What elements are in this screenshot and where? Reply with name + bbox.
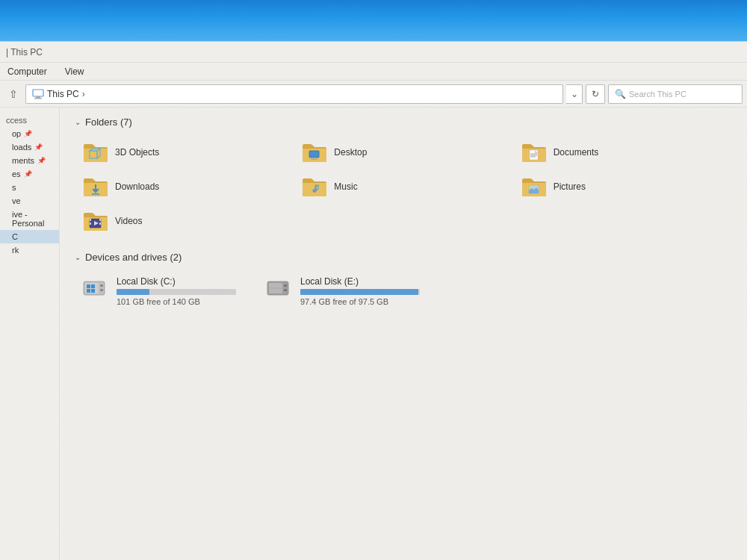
drives-grid: Local Disk (C:) 101 GB free of 140 GB [75,272,732,311]
drives-section-header: ⌄ Devices and drives (2) [75,252,732,263]
drive-c-bar-fill [117,289,149,295]
folder-downloads-icon [82,175,109,198]
svg-point-19 [530,187,532,189]
search-placeholder: Search This PC [629,90,686,99]
sidebar-item-ve[interactable]: ve [0,194,59,208]
svg-rect-0 [33,90,43,96]
drive-e-info: Local Disk (E:) 97.4 GB free of 97.5 GB [300,276,420,306]
path-text: This PC [47,89,79,99]
address-dropdown[interactable]: ⌄ [566,84,583,104]
svg-rect-33 [91,289,95,293]
drive-c[interactable]: Local Disk (C:) 101 GB free of 140 GB [75,272,244,311]
svg-rect-23 [99,219,101,221]
menu-computer[interactable]: Computer [0,65,55,78]
refresh-button[interactable]: ↻ [586,84,605,104]
sidebar-item-s[interactable]: s [0,181,59,194]
drives-chevron[interactable]: ⌄ [75,253,81,261]
drives-section-label: Devices and drives (2) [85,252,182,263]
address-path[interactable]: This PC › [25,84,563,104]
svg-rect-6 [309,151,319,158]
search-box[interactable]: 🔍 Search This PC [608,84,743,104]
folder-music[interactable]: Music [294,171,512,202]
drive-c-bar-bg [117,289,236,295]
folder-desktop-icon [301,141,328,164]
svg-rect-32 [91,284,95,288]
file-pane: ⌄ Folders (7) 3D Objects [60,108,747,560]
folder-3d-objects-icon [82,141,109,164]
sidebar-item-c[interactable]: C [0,230,59,243]
folder-music-label: Music [334,181,357,192]
svg-rect-21 [90,219,91,221]
sidebar-item-loads[interactable]: loads📌 [0,140,59,154]
drive-e[interactable]: Local Disk (E:) 97.4 GB free of 97.5 GB [258,272,427,311]
folder-pictures-icon [521,175,548,198]
folders-chevron[interactable]: ⌄ [75,118,81,126]
file-explorer-window: | This PC Computer View ⇧ This PC › ⌄ ↻ … [0,41,747,560]
sidebar-quick-access-header: ccess [0,113,59,127]
sidebar-item-drive-personal[interactable]: ive - Personal [0,208,59,230]
drive-e-space: 97.4 GB free of 97.5 GB [300,297,420,306]
drive-e-icon [266,276,293,299]
back-button[interactable]: ⇧ [4,85,22,103]
folder-documents[interactable]: Documents [513,137,732,168]
pc-icon [32,89,44,99]
drive-c-space: 101 GB free of 140 GB [117,297,236,306]
svg-rect-9 [530,150,538,160]
svg-rect-1 [36,96,40,98]
window-title: | This PC [6,47,43,57]
sidebar-item-es[interactable]: es📌 [0,167,59,181]
folder-desktop[interactable]: Desktop [294,137,512,168]
folders-section-header: ⌄ Folders (7) [75,116,732,128]
title-bar: | This PC [0,42,747,63]
drive-c-info: Local Disk (C:) 101 GB free of 140 GB [117,276,236,306]
sidebar: ccess op📌 loads📌 ments📌 es📌 s ve ive - P… [0,108,60,560]
svg-rect-2 [34,98,42,99]
svg-rect-29 [100,289,103,291]
folder-videos[interactable]: Videos [75,205,294,237]
folder-documents-label: Documents [554,147,599,158]
drive-c-icon [82,276,109,299]
svg-point-17 [313,190,316,193]
drive-c-name: Local Disk (C:) [117,276,236,287]
svg-rect-22 [90,223,91,225]
svg-rect-36 [284,284,287,287]
svg-rect-28 [100,284,103,287]
folder-videos-label: Videos [115,216,142,226]
svg-rect-30 [87,284,90,288]
content-area: ccess op📌 loads📌 ments📌 es📌 s ve ive - P… [0,108,747,560]
drive-e-name: Local Disk (E:) [300,276,420,287]
svg-rect-7 [312,158,316,159]
folder-music-icon [301,175,328,198]
desktop-taskbar [0,0,747,41]
sidebar-item-ments[interactable]: ments📌 [0,154,59,167]
folders-section-label: Folders (7) [85,116,132,128]
sidebar-item-op[interactable]: op📌 [0,127,59,140]
folder-documents-icon [521,141,548,164]
svg-rect-24 [99,223,101,225]
folder-desktop-label: Desktop [334,147,367,158]
folder-3d-objects[interactable]: 3D Objects [75,137,294,168]
folder-pictures-label: Pictures [554,181,586,192]
folder-downloads-label: Downloads [115,181,159,192]
svg-rect-8 [311,159,317,160]
svg-rect-37 [284,289,287,291]
folder-pictures[interactable]: Pictures [513,171,732,202]
svg-rect-31 [87,289,90,293]
sidebar-item-rk[interactable]: rk [0,243,59,257]
menu-view[interactable]: View [58,65,92,78]
drive-e-bar-bg [300,289,420,295]
search-icon: 🔍 [615,89,626,99]
address-bar: ⇧ This PC › ⌄ ↻ 🔍 Search This PC [0,81,747,108]
drive-e-bar-fill [300,289,418,295]
folder-downloads[interactable]: Downloads [75,171,294,202]
menu-bar: Computer View [0,63,747,81]
folder-3d-objects-label: 3D Objects [115,147,159,158]
folders-grid: 3D Objects Desktop [75,137,732,237]
folder-videos-icon [82,210,109,232]
